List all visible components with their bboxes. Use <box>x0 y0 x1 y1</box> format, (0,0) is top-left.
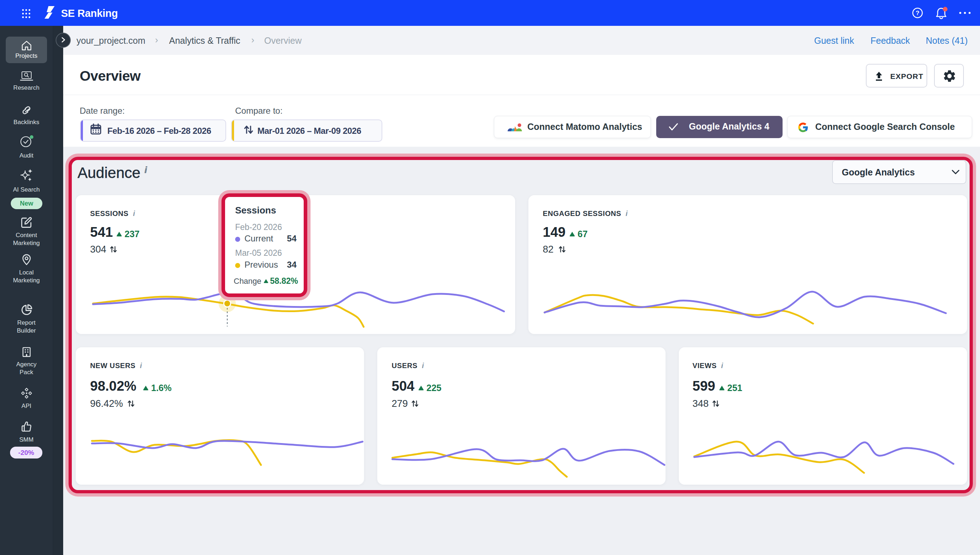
svg-text:?: ? <box>916 10 919 16</box>
